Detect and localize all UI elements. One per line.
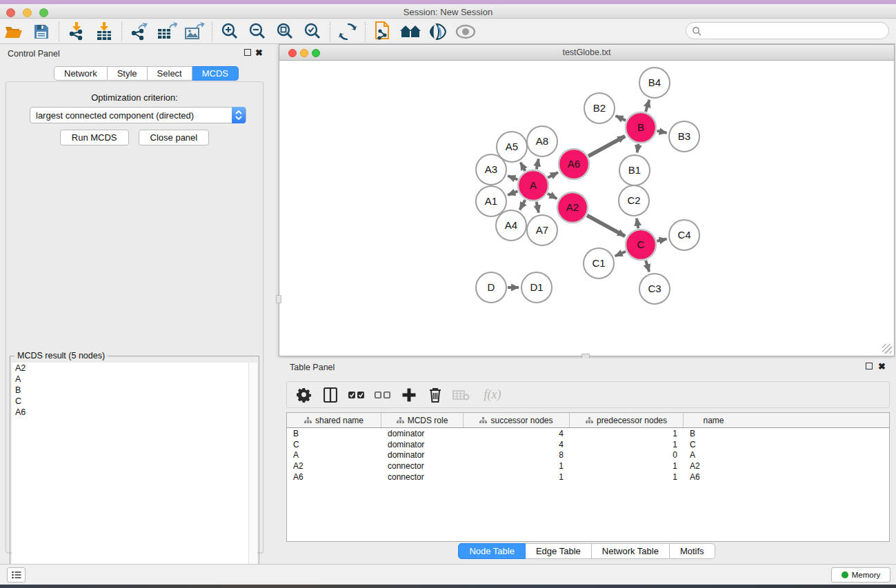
table-cell[interactable]: A6 — [684, 472, 744, 482]
run-mcds-button[interactable]: Run MCDS — [60, 130, 129, 145]
float-panel-icon[interactable] — [244, 49, 251, 56]
edge-B-B3[interactable] — [657, 131, 667, 133]
tab-mcds[interactable]: MCDS — [192, 66, 239, 81]
table-cell[interactable]: A2 — [287, 461, 381, 471]
gear-icon[interactable] — [292, 384, 316, 406]
table-cell[interactable]: 0 — [570, 450, 684, 460]
edge-B-B2[interactable] — [616, 116, 626, 121]
table-cell[interactable]: B — [287, 429, 381, 438]
table-row[interactable]: Bdominator41B — [287, 428, 889, 439]
table-cell[interactable]: 8 — [464, 450, 570, 460]
export-image-icon[interactable] — [181, 21, 208, 43]
edge-A-A3[interactable] — [508, 176, 517, 179]
tab-motifs[interactable]: Motifs — [670, 543, 715, 559]
deselect-all-icon[interactable] — [371, 384, 395, 406]
table-cell[interactable]: 4 — [464, 429, 570, 438]
column-header-name[interactable]: name — [684, 413, 744, 427]
column-header-successor-nodes[interactable]: successor nodes — [464, 413, 570, 427]
resize-grip-icon[interactable] — [882, 344, 892, 354]
table-cell[interactable]: 1 — [570, 472, 684, 482]
column-icon[interactable] — [319, 384, 342, 406]
result-item[interactable]: A — [12, 374, 257, 385]
table-cell[interactable]: A6 — [287, 472, 381, 482]
edge-B-B1[interactable] — [637, 144, 639, 153]
table-cell[interactable]: connector — [381, 472, 464, 482]
edge-A-A4[interactable] — [520, 200, 526, 210]
table-row[interactable]: A6connector11A6 — [287, 472, 889, 483]
show-hide-eye-icon[interactable] — [452, 21, 479, 43]
close-table-panel-icon[interactable]: ✖ — [878, 363, 886, 370]
show-hide-style-icon[interactable] — [424, 21, 452, 43]
edge-A-A5[interactable] — [521, 163, 526, 171]
edge-C-C3[interactable] — [646, 261, 649, 272]
splitter-handle-vertical[interactable] — [276, 295, 281, 303]
memory-button[interactable]: Memory — [831, 567, 890, 582]
zoom-fit-icon[interactable] — [271, 21, 299, 43]
column-header-predecessor-nodes[interactable]: predecessor nodes — [570, 413, 684, 427]
network-canvas[interactable]: B4B2BB3A8A5A6A3B1AC2A1A2A4A7C4CC1C3DD1 — [280, 61, 893, 355]
table-cell[interactable]: 1 — [570, 429, 684, 438]
table-cell[interactable]: 1 — [570, 461, 684, 471]
tab-select[interactable]: Select — [148, 66, 192, 81]
close-panel-button[interactable]: Close panel — [139, 130, 210, 145]
result-item[interactable]: B — [12, 385, 257, 396]
tab-style[interactable]: Style — [108, 66, 148, 81]
edge-A-A2[interactable] — [548, 194, 557, 199]
add-column-icon[interactable] — [397, 384, 421, 406]
edge-A2-C[interactable] — [587, 215, 625, 236]
column-header-shared-name[interactable]: shared name — [287, 413, 381, 427]
export-table-icon[interactable] — [153, 21, 181, 43]
criterion-dropdown[interactable]: largest connected component (directed) — [30, 107, 246, 123]
table-cell[interactable]: C — [684, 440, 744, 449]
edge-C-C4[interactable] — [657, 239, 666, 241]
save-session-icon[interactable] — [28, 21, 55, 43]
zoom-out-icon[interactable] — [243, 21, 271, 43]
task-history-button[interactable] — [7, 567, 26, 582]
edge-A6-B[interactable] — [588, 136, 625, 156]
import-network-icon[interactable] — [63, 21, 90, 43]
table-cell[interactable]: C — [287, 440, 381, 449]
export-network-icon[interactable] — [126, 21, 153, 43]
table-cell[interactable]: dominator — [381, 429, 464, 438]
result-item[interactable]: A2 — [12, 363, 257, 374]
table-row[interactable]: A2connector11A2 — [287, 460, 889, 472]
table-cell[interactable]: 4 — [464, 440, 570, 449]
column-header-MCDS-role[interactable]: MCDS role — [381, 413, 464, 427]
edge-A-A7[interactable] — [537, 202, 539, 213]
new-network-icon[interactable] — [369, 21, 397, 43]
table-cell[interactable]: A — [287, 450, 381, 460]
table-row[interactable]: Adominator80A — [287, 449, 889, 460]
edge-A-A1[interactable] — [508, 191, 517, 194]
table-cell[interactable]: 1 — [570, 440, 684, 449]
result-item[interactable]: C — [12, 396, 257, 407]
edge-B-B4[interactable] — [646, 100, 649, 112]
edge-A-A8[interactable] — [537, 159, 539, 169]
table-cell[interactable]: dominator — [381, 450, 464, 460]
zoom-in-icon[interactable] — [216, 21, 243, 43]
table-cell[interactable]: 1 — [464, 472, 570, 482]
open-session-icon[interactable] — [0, 21, 28, 43]
edge-A-A6[interactable] — [548, 172, 558, 178]
table-row[interactable]: Cdominator41C — [287, 439, 889, 450]
search-input[interactable] — [701, 24, 888, 38]
import-table-icon[interactable] — [90, 21, 118, 43]
tab-network-table[interactable]: Network Table — [592, 543, 670, 559]
edge-C-C2[interactable] — [637, 219, 638, 229]
result-item[interactable]: A6 — [12, 407, 257, 418]
result-scrollbar[interactable] — [248, 363, 257, 588]
tab-node-table[interactable]: Node Table — [458, 543, 526, 559]
zoom-selected-icon[interactable] — [299, 21, 326, 43]
refresh-icon[interactable] — [334, 21, 361, 43]
table-cell[interactable]: A — [684, 450, 744, 460]
table-cell[interactable]: dominator — [381, 440, 464, 449]
home-icon[interactable] — [397, 21, 424, 43]
tab-edge-table[interactable]: Edge Table — [526, 543, 592, 559]
float-table-panel-icon[interactable] — [866, 363, 873, 369]
delete-icon[interactable] — [424, 384, 447, 406]
close-panel-icon[interactable]: ✖ — [255, 49, 263, 57]
table-cell[interactable]: connector — [381, 461, 464, 471]
edge-C-C1[interactable] — [615, 252, 626, 256]
table-cell[interactable]: A2 — [684, 461, 744, 471]
table-cell[interactable]: B — [684, 429, 744, 438]
tab-network[interactable]: Network — [54, 66, 108, 81]
